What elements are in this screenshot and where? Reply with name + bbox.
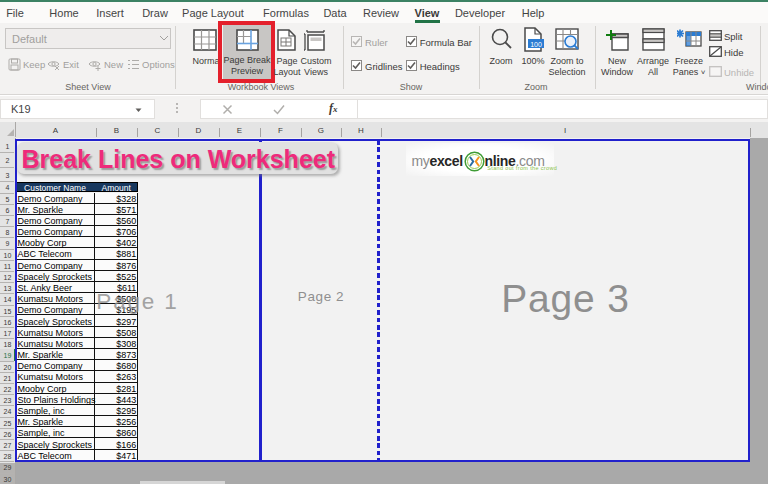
svg-text:100: 100 [530, 41, 542, 48]
